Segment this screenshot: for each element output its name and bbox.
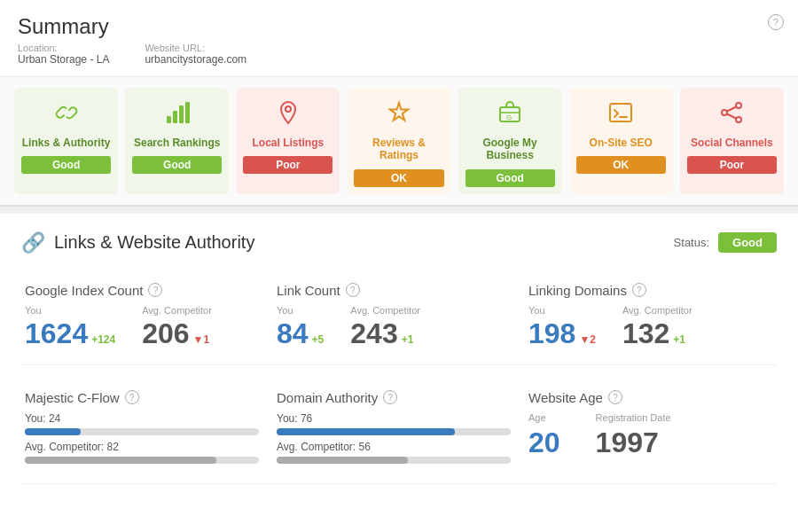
metric-title-link-count: Link Count: [277, 283, 340, 298]
section-header: 🔗 Links & Website Authority Status: Good: [21, 231, 777, 254]
you-bar-label-majestic-cflow: You: 24: [25, 412, 259, 425]
location-meta: Location: Urban Storage - LA: [18, 43, 109, 66]
bar-metric-domain-authority: Domain Authority ? You: 76 Avg. Competit…: [273, 379, 525, 484]
metric-help-google-index-count[interactable]: ?: [148, 283, 162, 297]
competitor-bar-fill-majestic-cflow: [25, 457, 216, 464]
card-icon-reviews-ratings: [385, 98, 413, 129]
card-google-my-business[interactable]: G Google My Business Good: [458, 88, 562, 194]
competitor-label-link-count: Avg. Competitor: [350, 305, 420, 316]
you-bar-label-domain-authority: You: 76: [277, 412, 511, 425]
card-icon-search-rankings: [163, 98, 192, 129]
competitor-bar-label-domain-authority: Avg. Competitor: 56: [277, 441, 511, 453]
card-label-reviews-ratings: Reviews & Ratings: [354, 137, 443, 162]
card-badge-local-listings: Poor: [243, 156, 332, 174]
competitor-value-link-count: 243 +1: [350, 317, 420, 350]
svg-point-9: [736, 117, 741, 122]
reg-label: Registration Date: [596, 412, 671, 423]
card-icon-social-channels: [717, 98, 746, 129]
page-title: Summary: [18, 14, 780, 39]
competitor-delta-linking-domains: +1: [673, 333, 685, 346]
competitor-bar-fill-domain-authority: [277, 457, 408, 464]
you-bar-fill-majestic-cflow: [25, 428, 81, 435]
card-badge-google-my-business: Good: [466, 169, 555, 187]
competitor-label-google-index-count: Avg. Competitor: [142, 305, 212, 316]
card-icon-google-my-business: G: [496, 98, 524, 129]
card-reviews-ratings[interactable]: Reviews & Ratings OK: [347, 88, 450, 194]
card-label-search-rankings: Search Rankings: [134, 137, 220, 149]
links-authority-section: 🔗 Links & Website Authority Status: Good…: [0, 214, 798, 502]
card-search-rankings[interactable]: Search Rankings Good: [125, 88, 229, 194]
svg-rect-2: [179, 106, 184, 123]
svg-rect-3: [185, 102, 190, 123]
you-value-google-index-count: 1624 +124: [25, 317, 115, 350]
bar-title-majestic-cflow: Majestic C-Flow: [25, 390, 120, 405]
card-local-listings[interactable]: Local Listings Poor: [236, 88, 340, 194]
svg-rect-0: [167, 116, 171, 123]
main-page: Summary Location: Urban Storage - LA Web…: [0, 0, 798, 532]
competitor-delta-link-count: +1: [402, 333, 414, 346]
card-label-google-my-business: Google My Business: [466, 137, 555, 162]
card-on-site-seo[interactable]: On-Site SEO OK: [569, 88, 673, 194]
competitor-value-linking-domains: 132 +1: [622, 317, 692, 350]
card-label-links-authority: Links & Authority: [22, 137, 111, 149]
card-links-authority[interactable]: Links & Authority Good: [14, 88, 118, 194]
website-age-help[interactable]: ?: [608, 390, 622, 404]
website-label: Website URL:: [145, 43, 246, 53]
card-label-local-listings: Local Listings: [253, 137, 325, 149]
card-badge-reviews-ratings: OK: [354, 169, 443, 187]
you-delta-google-index-count: +124: [91, 333, 115, 346]
you-delta-link-count: +5: [312, 333, 325, 346]
metrics-grid: Google Index Count ? You 1624 +124 Avg. …: [21, 272, 777, 365]
bar-help-majestic-cflow[interactable]: ?: [125, 390, 139, 404]
category-cards-row: Links & Authority Good Search Rankings G…: [0, 77, 798, 207]
card-icon-local-listings: [274, 98, 302, 129]
metric-title-google-index-count: Google Index Count: [25, 283, 143, 298]
card-badge-social-channels: Poor: [687, 156, 777, 174]
competitor-bar-track-majestic-cflow: [25, 457, 259, 464]
you-bar-fill-domain-authority: [277, 428, 455, 435]
metric-help-linking-domains[interactable]: ?: [632, 283, 646, 297]
competitor-bar-track-domain-authority: [277, 457, 511, 464]
metric-google-index-count: Google Index Count ? You 1624 +124 Avg. …: [21, 272, 273, 365]
metric-help-link-count[interactable]: ?: [346, 283, 360, 297]
you-bar-track-domain-authority: [277, 428, 511, 435]
you-delta-linking-domains: ▼2: [579, 333, 596, 346]
card-badge-links-authority: Good: [21, 156, 111, 174]
summary-help-icon[interactable]: ?: [768, 14, 784, 30]
svg-text:G: G: [506, 113, 512, 121]
svg-point-8: [722, 110, 727, 115]
competitor-label-linking-domains: Avg. Competitor: [622, 305, 692, 316]
svg-point-7: [736, 103, 741, 108]
card-icon-links-authority: [52, 98, 81, 129]
website-value: urbancitystorage.com: [145, 53, 246, 66]
summary-meta: Location: Urban Storage - LA Website URL…: [18, 43, 780, 66]
bar-metrics-grid: Majestic C-Flow ? You: 24 Avg. Competito…: [21, 379, 777, 484]
website-age-block: Website Age ? Age 20 Registration Date 1…: [525, 379, 777, 484]
bar-help-domain-authority[interactable]: ?: [383, 390, 397, 404]
competitor-bar-label-majestic-cflow: Avg. Competitor: 82: [25, 441, 259, 453]
card-badge-search-rankings: Good: [132, 156, 222, 174]
you-label-linking-domains: You: [528, 305, 596, 316]
section-link-icon: 🔗: [21, 231, 45, 254]
card-social-channels[interactable]: Social Channels Poor: [680, 88, 784, 194]
bar-metric-majestic-cflow: Majestic C-Flow ? You: 24 Avg. Competito…: [21, 379, 273, 484]
age-label: Age: [528, 412, 560, 423]
svg-rect-6: [610, 104, 631, 121]
location-value: Urban Storage - LA: [18, 53, 109, 66]
svg-rect-1: [173, 111, 177, 123]
summary-header: Summary Location: Urban Storage - LA Web…: [0, 0, 798, 77]
location-label: Location:: [18, 43, 109, 53]
competitor-delta-google-index-count: ▼1: [193, 333, 210, 346]
reg-value: 1997: [596, 426, 671, 459]
you-label-link-count: You: [277, 305, 324, 316]
card-label-on-site-seo: On-Site SEO: [590, 137, 653, 149]
you-label-google-index-count: You: [25, 305, 115, 316]
card-label-social-channels: Social Channels: [691, 137, 773, 149]
metric-linking-domains: Linking Domains ? You 198 ▼2 Avg. Compet…: [525, 272, 777, 365]
status-label: Status:: [674, 236, 709, 249]
section-divider: [0, 207, 798, 214]
metric-title-linking-domains: Linking Domains: [528, 283, 627, 298]
card-icon-on-site-seo: [606, 98, 635, 129]
you-bar-track-majestic-cflow: [25, 428, 259, 435]
status-badge: Good: [718, 232, 777, 253]
